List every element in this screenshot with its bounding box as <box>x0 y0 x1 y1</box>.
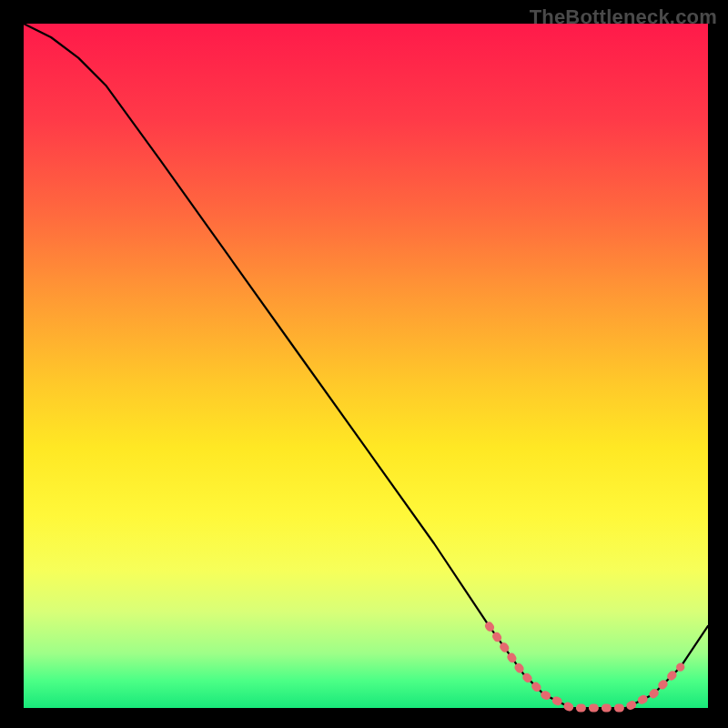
curve-svg <box>24 24 708 708</box>
bottleneck-curve <box>24 24 708 708</box>
chart-container: TheBottleneck.com <box>0 0 728 728</box>
plot-area <box>24 24 708 708</box>
dotted-highlight <box>489 626 681 708</box>
